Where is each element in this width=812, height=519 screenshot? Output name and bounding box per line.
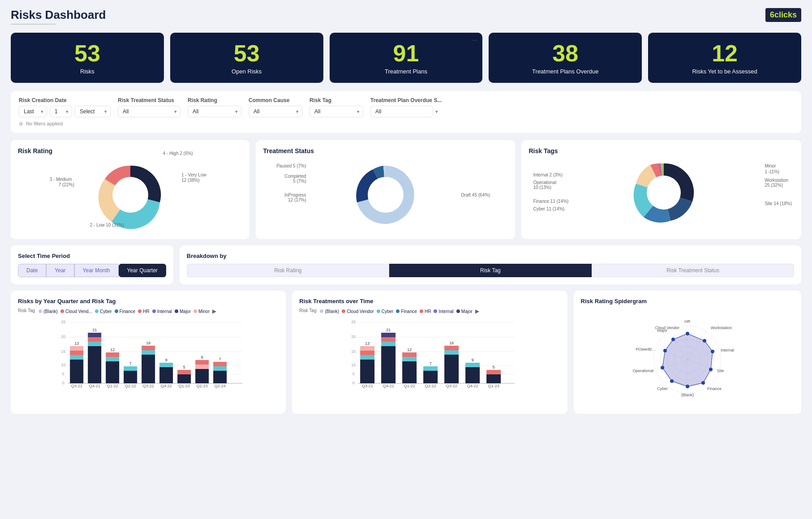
svg-rect-84 (444, 350, 459, 355)
filter-range-unit[interactable]: Select (75, 106, 111, 117)
filter-rr-wrap[interactable]: All (188, 106, 241, 117)
filter-rt-wrap[interactable]: All (309, 106, 363, 117)
breakdown-btn-treatment[interactable]: Risk Treatment Status (592, 264, 794, 277)
tag2-text-blank: (Blank) (325, 309, 339, 314)
filter-rt-select[interactable]: All (309, 106, 363, 117)
filter-risk-creation-date: Risk Creation Date Last 1 Sel (19, 97, 111, 117)
breakdown-label: Breakdown by (187, 253, 794, 259)
bar-q3-22[interactable] (142, 355, 155, 383)
no-filters-text: ⊘ No filters applied (19, 121, 793, 127)
tag-more-icon[interactable]: ▶ (212, 308, 216, 314)
kpi-number-4: 12 (657, 41, 792, 66)
risk-rating-panel: Risk Rating 4 - High 2 (6%) 3 - Medium 7… (11, 140, 249, 239)
svg-text:25: 25 (61, 320, 65, 324)
header: Risks Dashboard 6clicks (11, 8, 801, 25)
spider-point-cyber (670, 379, 674, 383)
title-section: Risks Dashboard (11, 8, 106, 25)
spider-point-powerbi (663, 349, 667, 352)
filter-risk-rating: Risk Rating All (188, 97, 241, 117)
label-completed: Completed (276, 174, 306, 179)
tag2-blank: (Blank) (320, 308, 339, 314)
label-high2: 4 - High 2 (6%) (163, 151, 193, 156)
filter-last-wrap[interactable]: Last (19, 106, 47, 117)
time-btn-year[interactable]: Year (46, 264, 74, 277)
svg-rect-85 (444, 346, 459, 350)
tag2-cyber: Cyber (377, 308, 394, 314)
bar-q4-22[interactable] (159, 367, 173, 383)
tag-finance: Finance (115, 308, 136, 314)
spider-point-hr (686, 332, 689, 335)
spider-label-finance: Finance (707, 386, 722, 391)
svg-rect-29 (124, 366, 137, 371)
bar-q1-22[interactable] (106, 361, 119, 383)
time-btn-yearmonth[interactable]: Year Month (74, 264, 119, 277)
svg-text:Q4-22: Q4-22 (161, 384, 172, 388)
title-underline (11, 24, 56, 25)
svg-text:10: 10 (61, 363, 65, 367)
tag2-dot-hr (420, 309, 423, 313)
tag2-dot-blank (320, 309, 323, 313)
treatment-status-content: Paused 5 (7%) Completed 5 (7%) InProgres… (263, 159, 508, 231)
risk-rating-title: Risk Rating (18, 147, 242, 154)
bar-q3-21[interactable] (70, 360, 83, 383)
filter-label-tpo: Treatment Plan Overdue S... (370, 97, 442, 103)
filter-tpo-select[interactable]: All (370, 106, 433, 117)
svg-text:Q2-22: Q2-22 (125, 384, 136, 388)
label-operational: Operational (533, 180, 568, 185)
bar-q1-23[interactable] (177, 374, 191, 383)
svg-rect-43 (195, 360, 209, 365)
svg-text:Q2-24: Q2-24 (215, 384, 226, 388)
bar-q2-22[interactable] (124, 371, 137, 383)
time-btn-date[interactable]: Date (18, 264, 46, 277)
top-charts-row: Risk Rating 4 - High 2 (6%) 3 - Medium 7… (11, 140, 801, 239)
svg-rect-89 (465, 363, 480, 367)
filter-rts-wrap[interactable]: All (118, 106, 180, 117)
time-controls[interactable]: Date Year Year Month Year Quarter (18, 264, 166, 277)
bar-q4-21[interactable] (88, 346, 101, 383)
spider-point-blank (686, 385, 689, 388)
bar-q2-24[interactable] (213, 371, 227, 383)
time-btn-yearquarter[interactable]: Year Quarter (119, 264, 166, 277)
svg-text:9: 9 (472, 358, 474, 362)
svg-text:Q3-22: Q3-22 (143, 384, 154, 388)
spider-point-major (671, 338, 675, 341)
filter-range-wrap[interactable]: 1 (50, 106, 72, 117)
svg-point-2 (647, 176, 681, 210)
svg-text:7: 7 (129, 361, 132, 366)
tag-internal: Internal (152, 308, 172, 314)
spidergram-title: Risk Rating Spidergram (581, 298, 794, 305)
svg-text:15: 15 (61, 349, 65, 354)
svg-text:Q4-22: Q4-22 (467, 384, 478, 388)
tag2-more-icon[interactable]: ▶ (475, 308, 479, 314)
filter-cc-select[interactable]: All (249, 106, 302, 117)
filter-rr-select[interactable]: All (188, 106, 241, 117)
tag-text-internal: Internal (157, 309, 172, 314)
filter-tpo-wrap[interactable]: All (370, 106, 442, 117)
filter-range-value[interactable]: 1 (50, 106, 72, 117)
bar-q2-23[interactable] (195, 369, 209, 383)
svg-rect-47 (213, 362, 227, 366)
kpi-number-3: 38 (498, 41, 633, 66)
risk-tags-donut (630, 159, 697, 226)
breakdown-btn-rating[interactable]: Risk Rating (187, 264, 389, 277)
breakdown-panel: Breakdown by Risk Rating Risk Tag Risk T… (180, 245, 801, 284)
risk-rating-donut-wrap: 4 - High 2 (6%) 3 - Medium 7 (22%) 2 - L… (95, 159, 166, 232)
svg-text:9: 9 (165, 358, 168, 362)
breakdown-btn-tag[interactable]: Risk Tag (389, 264, 592, 277)
tag-dot-minor (193, 309, 197, 313)
logo-text: 6clicks (770, 10, 797, 19)
bar-chart-1-legend: Risk Tag (Blank) Cloud Vend... Cyber Fin… (18, 308, 279, 314)
filter-range-unit-wrap[interactable]: Select (75, 106, 111, 117)
svg-rect-88 (465, 367, 480, 383)
filter-rts-select[interactable]: All (118, 106, 180, 117)
spider-point-finance (701, 381, 705, 385)
svg-text:Q3-21: Q3-21 (362, 384, 373, 388)
tag2-major: Major (456, 308, 473, 314)
filter-last-select[interactable]: Last (19, 106, 47, 117)
filter-cc-wrap[interactable]: All (249, 106, 302, 117)
svg-rect-75 (402, 357, 417, 361)
filter-risk-tag: Risk Tag All (309, 97, 363, 117)
svg-text:Q1-23: Q1-23 (179, 384, 190, 388)
breakdown-controls[interactable]: Risk Rating Risk Tag Risk Treatment Stat… (187, 264, 794, 277)
svg-text:0: 0 (352, 381, 355, 385)
